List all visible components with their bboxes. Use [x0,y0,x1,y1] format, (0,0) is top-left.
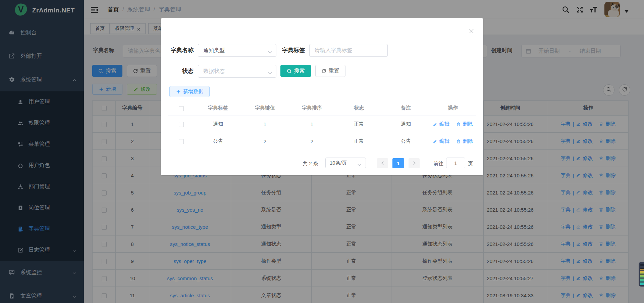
dlg-table-row: 通知 1 1 正常 通知 编辑 删除 [168,116,476,133]
dlg-add-button[interactable]: 新增数据 [169,86,210,97]
cell-dict-status: 正常 [335,116,382,133]
stats-line [640,264,644,265]
dlg-reset-button-label: 重置 [329,68,339,75]
dlg-dict-name-value: 通知类型 [198,47,225,54]
dlg-dict-label-input-wrap [309,44,388,57]
dlg-dict-name-select[interactable]: 通知类型 [198,44,276,57]
row-checkbox[interactable] [179,139,184,144]
dlg-dict-label-label: 字典标签 [279,47,305,54]
chevron-down-icon [358,162,362,164]
chevron-right-icon [413,161,416,166]
chevron-down-icon [268,49,272,52]
dlg-col-label: 字典标签 [195,101,241,116]
row-checkbox[interactable] [179,122,184,127]
row-checkbox-cell [168,133,195,150]
cell-ops: 编辑 删除 [429,133,476,150]
row-checkbox-cell [168,116,195,133]
goto-page-value: 1 [454,160,457,166]
dlg-col-sort: 字典排序 [288,101,335,116]
cell-dict-sort: 2 [288,133,335,150]
plus-icon [176,89,181,94]
cell-dict-label: 通知 [195,116,241,133]
dlg-status-placeholder: 数据状态 [198,68,225,75]
edit-link[interactable]: 编辑 [439,138,449,144]
delete-link[interactable]: 删除 [463,121,473,127]
dlg-col-remark: 备注 [382,101,429,116]
stats-line [640,268,644,269]
cell-ops: 编辑 删除 [429,116,476,133]
cell-dict-status: 正常 [335,133,382,150]
dlg-reset-button[interactable]: 重置 [315,65,345,77]
dlg-table-row: 公告 2 2 正常 公告 编辑 删除 [168,133,476,150]
chevron-down-icon [268,70,272,73]
stats-bars [640,269,644,285]
chevron-left-icon [381,161,384,166]
search-icon [287,69,292,74]
page-size-value: 10条/页 [330,160,347,166]
dlg-dict-data-table: 字典标签 字典键值 字典排序 状态 备注 操作 通知 1 1 正常 通知 编辑 … [168,101,476,150]
dlg-search-button-label: 搜索 [294,68,305,75]
select-all-checkbox[interactable] [179,106,184,111]
goto-unit-label: 页 [468,161,473,167]
next-page-button[interactable] [409,158,420,168]
trash-icon [456,122,461,127]
delete-link[interactable]: 删除 [463,138,473,144]
dlg-table-header-row: 字典标签 字典键值 字典排序 状态 备注 操作 [168,101,476,116]
close-icon[interactable] [469,28,474,34]
cell-dict-sort: 1 [288,116,335,133]
refresh-icon [321,69,326,74]
dlg-search-button[interactable]: 搜索 [280,65,311,77]
pencil-icon [433,122,437,127]
goto-label: 前往 [433,161,443,167]
page-number: 1 [397,161,399,166]
dlg-select-all-cell [168,101,195,116]
dlg-dict-name-label: 字典名称 [168,47,194,54]
cell-dict-remark: 公告 [382,133,429,150]
cell-dict-value: 1 [241,116,288,133]
page-size-select[interactable]: 10条/页 [325,158,366,168]
dict-data-dialog: 字典名称 通知类型 字典标签 状态 数据状态 搜索 重置 新增数据 字典标签 字… [161,18,483,175]
cell-dict-remark: 通知 [382,116,429,133]
pagination-total: 共 2 条 [303,161,318,167]
cell-dict-label: 公告 [195,133,241,150]
dlg-add-button-label: 新增数据 [183,88,203,95]
goto-page-input[interactable]: 1 [446,158,465,168]
prev-page-button[interactable] [377,158,388,168]
dlg-status-label: 状态 [168,68,194,75]
dlg-dict-label-input[interactable] [310,47,387,53]
dlg-col-ops: 操作 [429,101,476,116]
stats-widget[interactable] [639,262,644,287]
dlg-col-status: 状态 [335,101,382,116]
dlg-col-value: 字典键值 [241,101,288,116]
stats-line [640,265,644,266]
edit-link[interactable]: 编辑 [439,121,449,127]
page-1-button[interactable]: 1 [392,158,404,168]
cell-dict-value: 2 [241,133,288,150]
stats-line [640,267,644,267]
pencil-icon [433,139,437,144]
trash-icon [456,139,461,144]
dlg-status-select[interactable]: 数据状态 [198,65,276,78]
